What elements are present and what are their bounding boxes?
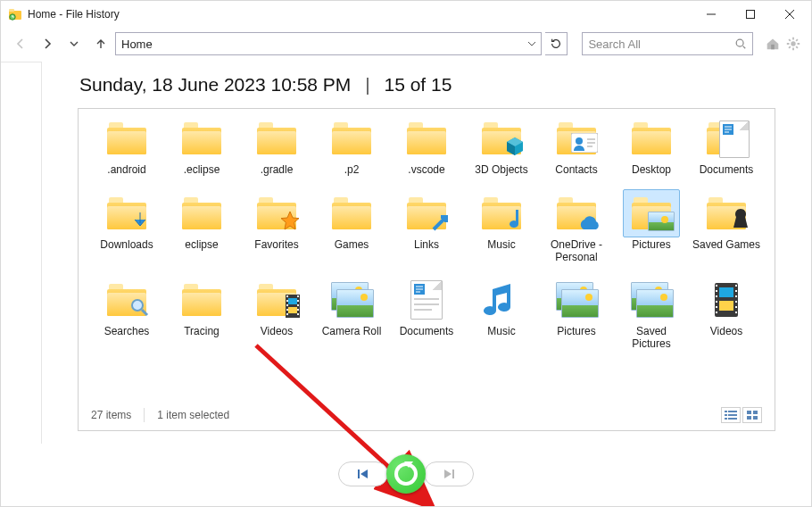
folder-cloud-icon (548, 189, 605, 237)
restore-button[interactable] (386, 454, 426, 494)
address-bar[interactable]: Home (115, 32, 542, 55)
navigation-pane[interactable] (1, 62, 42, 444)
svg-rect-26 (297, 313, 299, 315)
folder-label: Camera Roll (322, 326, 382, 338)
folder-label: Searches (104, 326, 150, 338)
folder-item[interactable]: Searches (91, 276, 162, 351)
folder-item[interactable]: Camera Roll (316, 276, 387, 351)
svg-rect-9 (587, 138, 595, 140)
folder-doc-icon (698, 114, 755, 162)
settings-icon[interactable] (784, 35, 802, 53)
folder-item[interactable]: Saved Games (691, 189, 762, 264)
forward-button[interactable] (37, 33, 58, 54)
title-bar: Home - File History (1, 1, 811, 28)
maximize-button[interactable] (731, 1, 770, 28)
svg-rect-34 (716, 301, 717, 303)
svg-rect-18 (286, 300, 288, 302)
folder-label: Desktop (632, 164, 671, 177)
version-index: 15 of 15 (385, 74, 452, 95)
folder-item[interactable]: Documents (391, 276, 462, 351)
folder-item[interactable]: .vscode (391, 114, 462, 177)
folder-item[interactable]: Favorites (241, 189, 312, 264)
folder-item[interactable]: 3D Objects (466, 114, 537, 177)
folder-icon (173, 114, 230, 162)
folder-item[interactable]: OneDrive - Personal (541, 189, 612, 264)
folder-icon (398, 114, 455, 162)
previous-version-button[interactable] (338, 461, 388, 486)
home-icon[interactable] (764, 35, 782, 53)
folder-item[interactable]: Music (466, 189, 537, 264)
folder-item[interactable]: Games (316, 189, 387, 264)
close-button[interactable] (770, 1, 809, 28)
folder-icon (98, 114, 155, 162)
svg-rect-22 (297, 295, 299, 297)
up-button[interactable] (90, 33, 112, 54)
folder-label: Games (335, 239, 369, 252)
folder-label: Pictures (632, 239, 670, 252)
svg-rect-40 (735, 301, 737, 303)
folder-label: Music (487, 326, 515, 338)
folder-label: Links (414, 239, 439, 252)
search-placeholder: Search All (588, 37, 641, 51)
folder-view[interactable]: .android.eclipse.gradle.p2.vscode 3D Obj… (78, 108, 775, 431)
folder-item[interactable]: Desktop (616, 114, 687, 177)
lib-doc-icon (398, 276, 455, 324)
folder-icon (623, 114, 680, 162)
svg-rect-31 (716, 285, 717, 287)
svg-rect-17 (286, 295, 288, 297)
svg-rect-20 (286, 309, 288, 311)
folder-label: .vscode (408, 164, 444, 177)
svg-rect-48 (728, 418, 737, 420)
folder-icon (173, 276, 230, 324)
lib-pic-icon (548, 276, 605, 324)
svg-rect-24 (297, 304, 299, 306)
svg-rect-16 (288, 307, 297, 313)
item-count: 27 items (91, 409, 131, 421)
folder-music-icon (473, 189, 530, 237)
folder-icon (248, 114, 305, 162)
svg-rect-35 (716, 306, 717, 308)
address-dropdown[interactable] (523, 33, 541, 54)
minimize-button[interactable] (692, 1, 731, 28)
folder-item[interactable]: Videos (691, 276, 762, 351)
folder-label: Videos (261, 326, 293, 338)
folder-item[interactable]: Downloads (91, 189, 162, 264)
window-title: Home - File History (28, 8, 120, 21)
folder-item[interactable]: eclipse (166, 189, 237, 264)
folder-item[interactable]: .p2 (316, 114, 387, 177)
folder-chess-icon (698, 189, 755, 237)
folder-item[interactable]: Links (391, 189, 462, 264)
folder-item[interactable]: .eclipse (166, 114, 237, 177)
folder-picture-icon (623, 189, 680, 237)
folder-item[interactable]: Pictures (541, 276, 612, 351)
app-icon (8, 7, 22, 21)
folder-item[interactable]: Music (466, 276, 537, 351)
folder-item[interactable]: Contacts (541, 114, 612, 177)
svg-point-8 (576, 137, 583, 145)
folder-search-icon (98, 276, 155, 324)
svg-rect-30 (719, 301, 733, 311)
folder-link-icon (398, 189, 455, 237)
folder-item[interactable]: Tracing (166, 276, 237, 351)
folder-label: Tracing (184, 326, 220, 338)
folder-item[interactable]: .gradle (241, 114, 312, 177)
view-details-button[interactable] (721, 407, 741, 423)
folder-item[interactable]: Pictures (616, 189, 687, 264)
lib-music-icon (473, 276, 530, 324)
folder-label: Music (487, 239, 515, 252)
file-history-window: Home - File History Home Search All (0, 0, 812, 507)
folder-item[interactable]: Documents (691, 114, 762, 177)
refresh-button[interactable] (545, 32, 568, 55)
folder-item[interactable]: .android (91, 114, 162, 177)
address-text[interactable]: Home (116, 33, 523, 54)
version-heading: Sunday, 18 June 2023 10:58 PM | 15 of 15 (79, 74, 775, 96)
folder-item[interactable]: Saved Pictures (616, 276, 687, 351)
next-version-button[interactable] (424, 461, 474, 486)
recent-locations-button[interactable] (63, 33, 85, 54)
back-button[interactable] (10, 33, 31, 54)
folder-label: OneDrive - Personal (541, 239, 612, 264)
view-icons-button[interactable] (742, 407, 762, 423)
search-box[interactable]: Search All (582, 32, 753, 55)
search-icon (734, 37, 747, 50)
folder-item[interactable]: Videos (241, 276, 312, 351)
